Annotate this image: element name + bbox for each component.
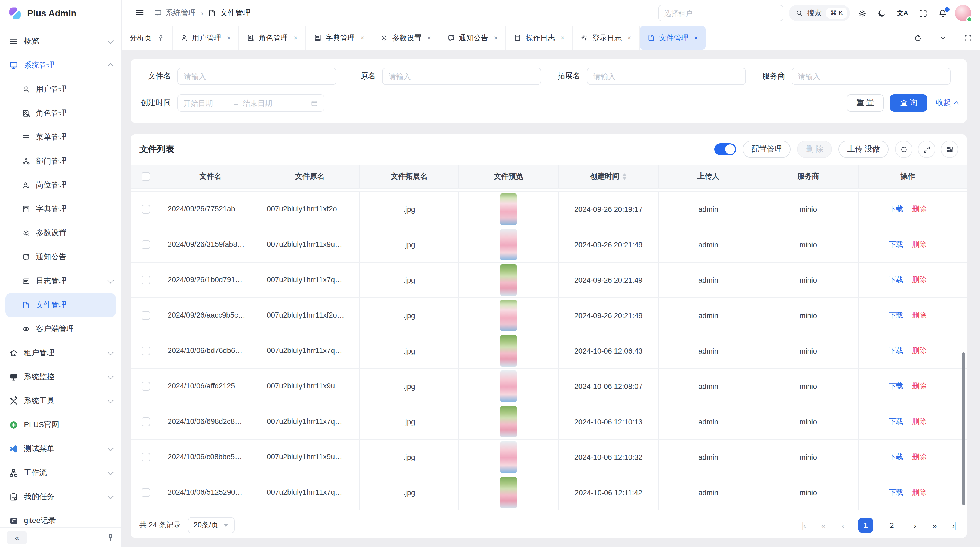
hamburger-icon[interactable]	[135, 7, 145, 19]
sidebar-item-overview[interactable]: 概览	[0, 29, 121, 53]
sidebar-subitem-role-mgmt[interactable]: 角色管理	[0, 101, 121, 125]
sidebar-collapse-button[interactable]: «	[6, 531, 27, 544]
breadcrumb-item-files[interactable]: 文件管理	[208, 8, 251, 18]
table-scrollbar[interactable]	[962, 352, 965, 505]
sidebar-subitem-client-mgmt[interactable]: 客户端管理	[0, 317, 121, 341]
delete-link[interactable]: 删除	[912, 311, 927, 321]
page-2-button[interactable]: 2	[884, 518, 899, 533]
next-page-button[interactable]: ›	[910, 521, 919, 530]
file-preview-image[interactable]	[500, 300, 517, 331]
prev-10-pages-button[interactable]: «	[819, 521, 827, 530]
delete-link[interactable]: 删除	[912, 204, 927, 214]
dark-mode-button[interactable]	[877, 8, 887, 18]
delete-link[interactable]: 删除	[912, 275, 927, 285]
close-icon[interactable]: ×	[560, 34, 565, 42]
tab-login-log[interactable]: 登录日志×	[573, 26, 640, 49]
delete-button[interactable]: 删 除	[797, 140, 832, 158]
sidebar-subitem-dict-mgmt[interactable]: 字典管理	[0, 197, 121, 221]
download-link[interactable]: 下载	[889, 488, 903, 498]
sidebar-subitem-notice[interactable]: 通知公告	[0, 245, 121, 269]
sidebar-subitem-post-mgmt[interactable]: 岗位管理	[0, 173, 121, 197]
first-page-button[interactable]: |‹	[799, 521, 808, 530]
notifications-button[interactable]	[938, 8, 947, 18]
table-row[interactable]: 2024/09/26/1b0d791… 007u2bluly1hrr11x7q……	[130, 263, 967, 298]
file-preview-image[interactable]	[500, 264, 517, 296]
download-link[interactable]: 下载	[889, 452, 903, 462]
file-preview-image[interactable]	[500, 370, 517, 402]
row-checkbox[interactable]	[141, 311, 150, 320]
next-10-pages-button[interactable]: »	[930, 521, 939, 530]
file-preview-image[interactable]	[500, 441, 517, 473]
collapse-filter-link[interactable]: 收起	[936, 98, 958, 108]
row-checkbox[interactable]	[141, 346, 150, 355]
delete-link[interactable]: 删除	[912, 240, 927, 250]
sidebar-item-tenant-mgmt[interactable]: 租户管理	[0, 341, 121, 365]
page-1-button[interactable]: 1	[858, 518, 873, 533]
close-icon[interactable]: ×	[694, 34, 698, 42]
pin-icon[interactable]	[106, 533, 115, 542]
origin-name-input[interactable]	[382, 67, 541, 85]
column-header-2[interactable]: 文件拓展名	[360, 165, 459, 188]
row-checkbox[interactable]	[141, 488, 150, 497]
sidebar-item-plus-site[interactable]: PLUS官网	[0, 413, 121, 437]
tab-dict-mgmt[interactable]: 字典管理×	[306, 26, 372, 49]
sidebar-item-system-admin[interactable]: 系统管理	[0, 53, 121, 77]
app-logo[interactable]: Plus Admin	[0, 0, 121, 26]
translate-button[interactable]: 文A	[897, 8, 908, 18]
table-row[interactable]: 2024/10/06/5125290… 007u2bluly1hrr11x7q……	[130, 475, 967, 510]
file-preview-image[interactable]	[500, 477, 517, 508]
refresh-button[interactable]	[895, 140, 913, 158]
sidebar-subitem-log-mgmt[interactable]: 日志管理	[0, 269, 121, 293]
table-row[interactable]: 2024/09/26/77521ab… 007u2bluly1hrr11xf2o…	[130, 192, 967, 227]
toggle-switch[interactable]	[714, 143, 736, 155]
sort-icon[interactable]	[622, 173, 627, 180]
content-fullscreen-button[interactable]	[955, 26, 980, 49]
config-management-button[interactable]: 配置管理	[743, 140, 791, 158]
tab-analysis[interactable]: 分析页	[122, 26, 172, 49]
delete-link[interactable]: 删除	[912, 381, 927, 391]
column-settings-button[interactable]	[941, 140, 958, 158]
fullscreen-button[interactable]	[918, 8, 928, 18]
table-row[interactable]: 2024/09/26/aacc9b5c… 007u2bluly1hrr11xf2…	[130, 298, 967, 333]
delete-link[interactable]: 删除	[912, 488, 927, 498]
file-preview-image[interactable]	[500, 406, 517, 437]
sidebar-subitem-user-mgmt[interactable]: 用户管理	[0, 77, 121, 101]
close-icon[interactable]: ×	[360, 34, 364, 42]
sidebar-item-system-tools[interactable]: 系统工具	[0, 389, 121, 413]
row-checkbox[interactable]	[141, 453, 150, 461]
column-header-7[interactable]: 操作	[859, 165, 957, 188]
select-all-checkbox[interactable]	[141, 172, 150, 181]
sidebar-item-workflow[interactable]: 工作流	[0, 461, 121, 485]
sidebar-subitem-menu-mgmt[interactable]: 菜单管理	[0, 125, 121, 149]
table-row[interactable]: 2024/10/06/affd2125… 007u2bluly1hrr11x9u…	[130, 369, 967, 404]
sidebar-item-test-menu[interactable]: 测试菜单	[0, 437, 121, 461]
settings-button[interactable]	[858, 8, 867, 18]
ext-name-input[interactable]	[587, 67, 746, 85]
row-checkbox[interactable]	[141, 240, 150, 249]
prev-page-button[interactable]: ‹	[838, 521, 847, 530]
sidebar-item-system-monitor[interactable]: 系统监控	[0, 365, 121, 389]
expand-button[interactable]	[918, 140, 935, 158]
end-date-input[interactable]	[243, 99, 288, 107]
file-preview-image[interactable]	[500, 193, 517, 225]
provider-input[interactable]	[792, 67, 951, 85]
close-icon[interactable]: ×	[427, 34, 431, 42]
download-link[interactable]: 下载	[889, 240, 903, 250]
row-checkbox[interactable]	[141, 276, 150, 284]
upload-button[interactable]: 上传 没做	[838, 140, 889, 158]
sidebar-item-my-tasks[interactable]: 我的任务	[0, 485, 121, 509]
close-icon[interactable]: ×	[227, 34, 231, 42]
row-checkbox[interactable]	[141, 417, 150, 426]
tab-param-settings[interactable]: 参数设置×	[373, 26, 439, 49]
download-link[interactable]: 下载	[889, 275, 903, 285]
download-link[interactable]: 下载	[889, 346, 903, 356]
sidebar-item-gitee-log[interactable]: gitee记录	[0, 509, 121, 527]
download-link[interactable]: 下载	[889, 204, 903, 214]
table-row[interactable]: 2024/10/06/bd76db6… 007u2bluly1hrr11x7q……	[130, 333, 967, 369]
file-preview-image[interactable]	[500, 335, 517, 367]
column-header-0[interactable]: 文件名	[161, 165, 260, 188]
start-date-input[interactable]	[183, 99, 229, 107]
search-button[interactable]: 查 询	[890, 94, 927, 112]
refresh-button[interactable]	[905, 26, 930, 49]
tab-notice[interactable]: 通知公告×	[439, 26, 506, 49]
